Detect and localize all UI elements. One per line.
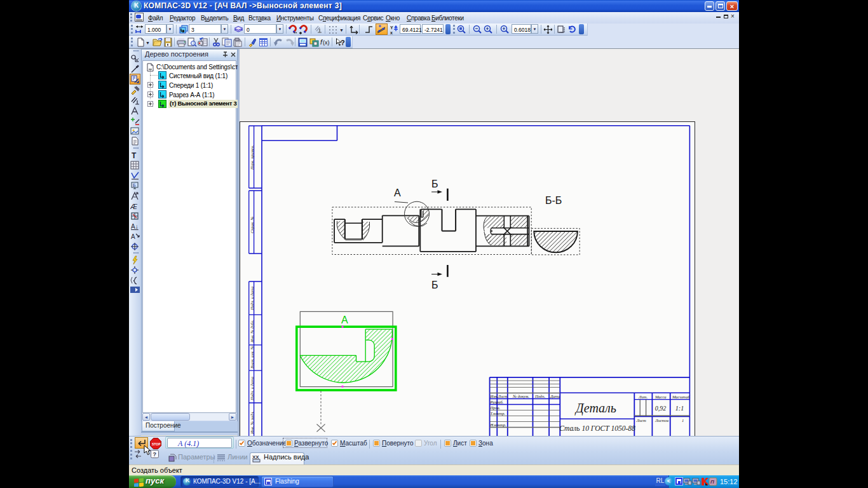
svg-text:0,92: 0,92 <box>655 405 667 412</box>
svg-text:Дата: Дата <box>550 394 560 398</box>
svg-text:x: x <box>390 30 393 34</box>
svg-text:Подп. и дата: Подп. и дата <box>250 377 254 401</box>
svg-text:Инв. № дубл.: Инв. № дубл. <box>250 320 254 343</box>
svg-text:Масштаб: Масштаб <box>672 395 690 399</box>
svg-text:Б: Б <box>431 179 438 189</box>
svg-text:(x): (x) <box>323 39 330 46</box>
svg-text:?: ? <box>341 39 345 46</box>
svg-text:№ докум.: № докум. <box>512 394 529 398</box>
svg-text:STOP: STOP <box>152 442 161 446</box>
svg-text:Лист: Лист <box>498 394 508 398</box>
svg-text:Б: Б <box>431 280 438 290</box>
svg-text:Б: Б <box>133 183 136 187</box>
svg-text:Разраб.: Разраб. <box>490 400 504 404</box>
svg-text:?: ? <box>153 451 157 458</box>
svg-text:Масса: Масса <box>654 395 666 399</box>
svg-text:А: А <box>131 233 135 240</box>
svg-text:Т.контр.: Т.контр. <box>491 411 506 416</box>
svg-text:Подп. и дата: Подп. и дата <box>250 287 254 311</box>
svg-text:Листов: Листов <box>654 418 668 423</box>
svg-text:А: А <box>394 187 401 198</box>
svg-text:Лит.: Лит. <box>638 395 648 399</box>
svg-text:Деталь: Деталь <box>574 401 616 416</box>
svg-text:1:1: 1:1 <box>675 405 684 412</box>
svg-text:А: А <box>341 315 348 325</box>
svg-text:Справ. №: Справ. № <box>250 217 254 233</box>
svg-text:Пров.: Пров. <box>490 405 501 410</box>
svg-text:1: 1 <box>682 418 684 423</box>
svg-text:А↓: А↓ <box>131 223 139 230</box>
svg-text:Т: Т <box>132 151 137 160</box>
svg-text:Б-Б: Б-Б <box>545 195 562 206</box>
svg-text:Сталь 10 ГОСТ 1050-88: Сталь 10 ГОСТ 1050-88 <box>559 424 635 432</box>
svg-text:Лист: Лист <box>636 418 647 423</box>
svg-text:Н.контр.: Н.контр. <box>490 423 507 427</box>
svg-text:П: П <box>710 479 714 485</box>
svg-text:Перв. примен.: Перв. примен. <box>250 145 254 170</box>
svg-text:Инв. № подл.: Инв. № подл. <box>250 411 254 435</box>
svg-text:Æ: Æ <box>130 203 138 210</box>
svg-text:Взам. инв. №: Взам. инв. № <box>250 346 254 369</box>
svg-text:Y: Y <box>390 25 393 30</box>
svg-text:Подп.: Подп. <box>534 394 545 398</box>
